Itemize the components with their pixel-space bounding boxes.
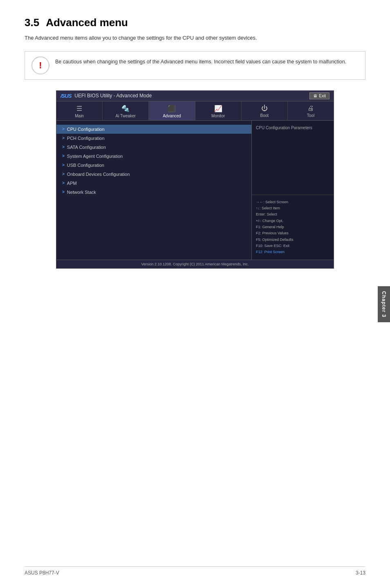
arrow-icon: > — [62, 190, 65, 194]
menu-item-onboard[interactable]: > Onboard Devices Configuration — [56, 170, 251, 179]
menu-onboard-label: Onboard Devices Configuration — [67, 172, 130, 177]
nav-main[interactable]: ☰ Main — [56, 101, 103, 120]
menu-apm-label: APM — [67, 181, 77, 186]
bios-help-text: CPU Configuration Parameters — [256, 125, 329, 131]
menu-cpu-label: CPU Configuration — [67, 127, 105, 132]
menu-item-cpu[interactable]: > CPU Configuration — [56, 125, 251, 134]
arrow-icon: > — [62, 127, 65, 131]
nav-ai-tweaker[interactable]: 🔩 Ai Tweaker — [103, 101, 149, 120]
key-select-item: ↑↓: Select Item — [256, 205, 329, 211]
arrow-icon: > — [62, 136, 65, 140]
key-f2: F2: Previous Values — [256, 230, 329, 236]
ai-tweaker-icon: 🔩 — [121, 105, 130, 112]
menu-pch-label: PCH Configuration — [67, 136, 105, 141]
nav-tool-label: Tool — [307, 113, 314, 118]
bios-title-text: UEFI BIOS Utility - Advanced Mode — [74, 93, 152, 99]
page-description: The Advanced menu items allow you to cha… — [25, 34, 365, 42]
bios-footer: Version 2.10.1208. Copyright (C) 2011 Am… — [56, 260, 334, 268]
boot-icon: ⏻ — [261, 105, 268, 112]
nav-boot[interactable]: ⏻ Boot — [242, 101, 288, 120]
bios-exit-button[interactable]: 🖥 Exit — [309, 92, 329, 99]
menu-item-usb[interactable]: > USB Configuration — [56, 161, 251, 170]
bios-key-help: →←: Select Screen ↑↓: Select Item Enter:… — [252, 195, 334, 260]
menu-network-label: Network Stack — [67, 190, 96, 195]
chapter-label: Chapter 3 — [381, 291, 387, 317]
nav-main-label: Main — [75, 114, 84, 118]
monitor-nav-icon: 📈 — [214, 105, 222, 112]
arrow-icon: > — [62, 145, 65, 149]
nav-advanced[interactable]: ⬛ Advanced — [149, 101, 195, 120]
footer-product-name: ASUS P8H77-V — [25, 570, 59, 576]
bios-nav: ☰ Main 🔩 Ai Tweaker ⬛ Advanced 📈 Monitor… — [56, 101, 334, 121]
nav-monitor[interactable]: 📈 Monitor — [195, 101, 242, 120]
menu-item-network[interactable]: > Network Stack — [56, 188, 251, 197]
asus-logo: /SUS — [61, 93, 71, 99]
bios-container: /SUS UEFI BIOS Utility - Advanced Mode 🖥… — [56, 90, 334, 269]
nav-boot-label: Boot — [260, 113, 269, 118]
warning-box: ! Be cautious when changing the settings… — [25, 51, 365, 80]
footer-page-number: 3-13 — [356, 570, 365, 576]
arrow-icon: > — [62, 154, 65, 158]
main-icon: ☰ — [76, 105, 82, 112]
key-enter: Enter: Select — [256, 211, 329, 218]
key-f12: F12: Print Screen — [256, 249, 329, 255]
warning-text: Be cautious when changing the settings o… — [55, 56, 346, 66]
bios-brand: /SUS UEFI BIOS Utility - Advanced Mode — [61, 93, 152, 99]
section-number: 3.5 — [25, 16, 39, 29]
menu-usb-label: USB Configuration — [67, 163, 104, 168]
key-f5: F5: Optimized Defaults — [256, 237, 329, 243]
section-title: 3.5Advanced menu — [25, 16, 365, 29]
page-title: Advanced menu — [46, 16, 128, 29]
menu-system-agent-label: System Agent Configuration — [67, 154, 123, 159]
page-footer: ASUS P8H77-V 3-13 — [25, 566, 365, 576]
arrow-icon: > — [62, 163, 65, 167]
nav-advanced-label: Advanced — [163, 114, 181, 118]
key-f1: F1: General Help — [256, 224, 329, 230]
warning-icon: ! — [31, 56, 49, 74]
arrow-icon: > — [62, 172, 65, 176]
bios-main: > CPU Configuration > PCH Configuration … — [56, 121, 334, 260]
menu-sata-label: SATA Configuration — [67, 145, 106, 150]
menu-item-apm[interactable]: > APM — [56, 179, 251, 188]
key-change-opt: +/-: Change Opt. — [256, 218, 329, 224]
nav-tool[interactable]: 🖨 Tool — [288, 101, 334, 120]
nav-ai-tweaker-label: Ai Tweaker — [116, 114, 136, 118]
page-content: 3.5Advanced menu The Advanced menu items… — [0, 0, 390, 293]
bios-right-panel: CPU Configuration Parameters →←: Select … — [252, 121, 334, 260]
key-select-screen: →←: Select Screen — [256, 199, 329, 205]
tool-icon: 🖨 — [307, 105, 314, 112]
bios-titlebar: /SUS UEFI BIOS Utility - Advanced Mode 🖥… — [56, 91, 334, 101]
menu-item-sata[interactable]: > SATA Configuration — [56, 143, 251, 152]
bios-left-panel: > CPU Configuration > PCH Configuration … — [56, 121, 252, 260]
arrow-icon: > — [62, 181, 65, 185]
nav-monitor-label: Monitor — [211, 114, 225, 118]
key-f10: F10: Save ESC: Exit — [256, 243, 329, 249]
monitor-icon: 🖥 — [313, 94, 317, 98]
bios-right-info: CPU Configuration Parameters — [252, 121, 334, 195]
chapter-tab: Chapter 3 — [378, 286, 390, 322]
bios-footer-text: Version 2.10.1208. Copyright (C) 2011 Am… — [141, 262, 249, 266]
exit-label: Exit — [319, 94, 326, 98]
menu-item-system-agent[interactable]: > System Agent Configuration — [56, 152, 251, 161]
menu-item-pch[interactable]: > PCH Configuration — [56, 134, 251, 143]
advanced-icon: ⬛ — [168, 105, 176, 112]
